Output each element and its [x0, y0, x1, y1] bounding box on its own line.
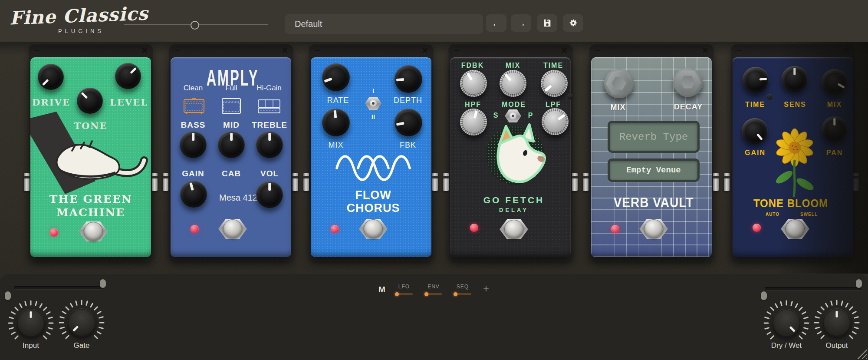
time-knob[interactable]: [541, 70, 568, 97]
back-button[interactable]: ←: [486, 14, 506, 32]
bass-knob[interactable]: [180, 131, 207, 158]
forward-button[interactable]: →: [511, 14, 531, 32]
sens-knob[interactable]: [782, 66, 808, 92]
vol-label: VOL: [260, 169, 279, 178]
full-amp-icon[interactable]: [221, 97, 241, 115]
close-icon[interactable]: ×: [282, 45, 288, 56]
drive-knob[interactable]: [38, 64, 64, 90]
left-scroll-thumb[interactable]: [100, 279, 106, 288]
combo-amp-icon[interactable]: [183, 97, 205, 115]
amp-type-full-label[interactable]: Full: [225, 84, 237, 92]
amp-type-clean-label[interactable]: Clean: [184, 84, 203, 92]
close-icon[interactable]: ×: [142, 45, 148, 56]
footswitch[interactable]: [781, 216, 809, 241]
mix-knob[interactable]: [500, 70, 526, 97]
reverb-type-display[interactable]: Reverb Type: [608, 121, 700, 153]
fbk-knob[interactable]: [395, 109, 422, 136]
fdbk-knob[interactable]: [460, 70, 487, 97]
amp-type-higain-label[interactable]: Hi-Gain: [256, 84, 282, 92]
mix-knob[interactable]: [822, 69, 848, 95]
footswitch[interactable]: [500, 217, 528, 242]
tab-lfo[interactable]: LFO: [398, 284, 410, 290]
cab-value[interactable]: Mesa 412: [219, 193, 257, 203]
minimize-icon[interactable]: –: [174, 45, 180, 56]
footswitch[interactable]: [639, 216, 668, 241]
dry-wet-knob[interactable]: [763, 299, 810, 347]
close-icon[interactable]: ×: [422, 45, 428, 56]
env-indicator[interactable]: [425, 293, 442, 295]
time-label: TIME: [745, 101, 765, 109]
time-label: TIME: [543, 62, 563, 69]
tone-knob[interactable]: [77, 88, 103, 114]
right-scroll-track[interactable]: [765, 287, 861, 290]
left-scroll-track[interactable]: [14, 286, 102, 289]
pedal-title-line1: THE GREEN: [49, 193, 132, 205]
pedal-go-fetch: FDBK MIX TIME HPF MODE LPF S P: [450, 57, 571, 257]
gate-knob[interactable]: [58, 299, 105, 347]
footswitch[interactable]: [359, 216, 388, 241]
save-button[interactable]: [537, 14, 557, 32]
seq-indicator[interactable]: [454, 293, 471, 295]
pedal-title: VERB VAULT: [614, 195, 694, 211]
drive-label: DRIVE: [32, 97, 70, 108]
level-knob[interactable]: [115, 63, 141, 89]
gear-icon: [569, 18, 578, 28]
mix-knob[interactable]: [604, 69, 634, 98]
tab-seq[interactable]: SEQ: [457, 284, 469, 290]
vol-knob[interactable]: [256, 181, 283, 208]
output-label: Output: [825, 341, 848, 350]
close-icon[interactable]: ×: [703, 45, 708, 56]
add-modulator-button[interactable]: +: [483, 283, 489, 295]
mid-knob[interactable]: [218, 131, 245, 158]
gain-knob[interactable]: [180, 181, 207, 208]
pedal-title: GO FETCH: [483, 195, 545, 205]
rate-knob[interactable]: [322, 63, 350, 91]
head-cab-icon[interactable]: [257, 98, 281, 114]
zoom-slider-thumb[interactable]: [191, 21, 199, 30]
decay-knob[interactable]: [673, 67, 703, 97]
pedal-subtitle: DELAY: [499, 207, 529, 213]
bypass-led: [331, 225, 339, 233]
footswitch[interactable]: [218, 216, 247, 241]
footswitch[interactable]: [79, 219, 108, 244]
preset-field[interactable]: Default: [285, 14, 483, 34]
time-knob[interactable]: [743, 67, 769, 93]
input-knob[interactable]: [7, 299, 55, 347]
tab-env[interactable]: ENV: [427, 284, 440, 290]
mono-button[interactable]: M: [378, 285, 385, 294]
mix-knob[interactable]: [322, 109, 350, 136]
close-icon[interactable]: ×: [562, 45, 567, 56]
left-edge-handle[interactable]: [5, 291, 11, 300]
mid-label: MID: [223, 120, 240, 130]
depth-knob[interactable]: [395, 65, 422, 93]
gain-knob[interactable]: [742, 118, 768, 144]
mix-label: MIX: [827, 101, 842, 109]
brand-tagline: PLUGINS: [56, 28, 104, 34]
output-knob[interactable]: [813, 299, 861, 347]
close-icon[interactable]: ×: [844, 45, 850, 56]
pan-label: PAN: [826, 149, 843, 157]
dog-illustration: [482, 123, 549, 190]
minimize-icon[interactable]: –: [736, 45, 742, 56]
right-scroll-thumb[interactable]: [856, 279, 862, 288]
lfo-indicator[interactable]: [395, 293, 413, 295]
mode-s-label: S: [493, 112, 499, 119]
reverb-type-value: Reverb Type: [619, 131, 688, 143]
minimize-icon[interactable]: –: [595, 45, 600, 56]
forward-arrow-icon: →: [516, 17, 526, 29]
pedal-slot-green-machine: – × DRIVE LEVEL TONE THE GREEN MACHINE: [29, 44, 153, 261]
treble-knob[interactable]: [256, 131, 283, 158]
minimize-icon[interactable]: –: [34, 45, 39, 56]
minimize-icon[interactable]: –: [315, 45, 320, 56]
mode-toggle[interactable]: [505, 109, 521, 123]
input-label: Input: [23, 341, 39, 350]
tempo-led-off: [567, 94, 573, 99]
pan-knob[interactable]: [822, 116, 848, 142]
chorus-mode-toggle[interactable]: [365, 96, 381, 111]
minimize-icon[interactable]: –: [454, 45, 459, 56]
pedal-title: TONE BLOOM: [753, 197, 828, 210]
right-edge-handle[interactable]: [761, 291, 767, 300]
settings-button[interactable]: [563, 14, 583, 32]
venue-display[interactable]: Empty Venue: [608, 159, 700, 182]
resize-grip[interactable]: [854, 346, 867, 359]
